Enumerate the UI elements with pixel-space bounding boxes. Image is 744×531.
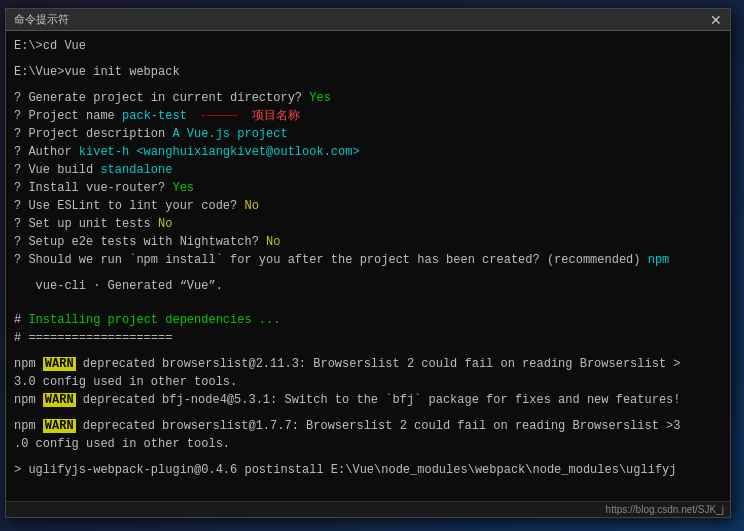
desktop: 命令提示符 ✕ E:\>cd Vue E:\Vue>vue init webpa… xyxy=(0,0,744,531)
line-installing: # Installing project dependencies ... xyxy=(14,311,722,329)
line-warn1b: 3.0 config used in other tools. xyxy=(14,373,722,391)
line-cd-vue: E:\>cd Vue xyxy=(14,37,722,55)
terminal-window: 命令提示符 ✕ E:\>cd Vue E:\Vue>vue init webpa… xyxy=(5,8,731,518)
line-q7: ? Use ESLint to lint your code? No xyxy=(14,197,722,215)
terminal-content[interactable]: E:\>cd Vue E:\Vue>vue init webpack ? Gen… xyxy=(6,31,730,501)
line-warn1: npm WARN deprecated browserslist@2.11.3:… xyxy=(14,355,722,373)
terminal-title: 命令提示符 xyxy=(14,12,69,27)
line-q5: ? Vue build standalone xyxy=(14,161,722,179)
terminal-titlebar: 命令提示符 ✕ xyxy=(6,9,730,31)
line-q1: ? Generate project in current directory?… xyxy=(14,89,722,107)
line-q8: ? Set up unit tests No xyxy=(14,215,722,233)
line-warn3b: .0 config used in other tools. xyxy=(14,435,722,453)
status-bar: https://blog.csdn.net/SJK_j xyxy=(6,501,730,517)
line-equals: # ==================== xyxy=(14,329,722,347)
line-warn3: npm WARN deprecated browserslist@1.7.7: … xyxy=(14,417,722,435)
status-url: https://blog.csdn.net/SJK_j xyxy=(606,504,724,515)
line-q9: ? Setup e2e tests with Nightwatch? No xyxy=(14,233,722,251)
close-button[interactable]: ✕ xyxy=(710,13,722,27)
line-q6: ? Install vue-router? Yes xyxy=(14,179,722,197)
line-warn2: npm WARN deprecated bfj-node4@5.3.1: Swi… xyxy=(14,391,722,409)
line-generated: vue-cli · Generated “Vue”. xyxy=(14,277,722,295)
line-q3: ? Project description A Vue.js project xyxy=(14,125,722,143)
line-q4: ? Author kivet-h <wanghuixiangkivet@outl… xyxy=(14,143,722,161)
line-vue-init: E:\Vue>vue init webpack xyxy=(14,63,722,81)
line-q10: ? Should we run `npm install` for you af… xyxy=(14,251,722,269)
line-uglify: > uglifyjs-webpack-plugin@0.4.6 postinst… xyxy=(14,461,722,479)
line-q2: ? Project name pack-test ←———— 项目名称 xyxy=(14,107,722,125)
